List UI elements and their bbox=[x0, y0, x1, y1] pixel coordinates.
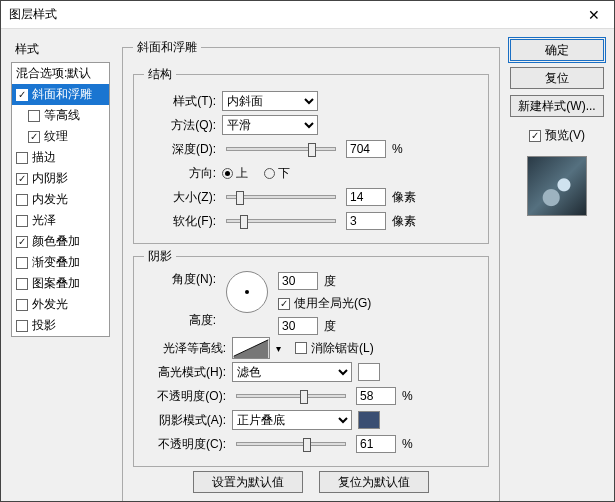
shadow-color-swatch[interactable] bbox=[358, 411, 380, 429]
style-row-label: 渐变叠加 bbox=[32, 254, 80, 271]
style-row-5[interactable]: 内发光 bbox=[12, 189, 109, 210]
angle-control[interactable] bbox=[226, 271, 268, 313]
make-default-button[interactable]: 设置为默认值 bbox=[193, 471, 303, 493]
depth-slider[interactable] bbox=[226, 147, 336, 151]
close-icon: ✕ bbox=[588, 7, 600, 23]
style-row-8[interactable]: 渐变叠加 bbox=[12, 252, 109, 273]
new-style-button[interactable]: 新建样式(W)... bbox=[510, 95, 604, 117]
style-row-0[interactable]: 斜面和浮雕 bbox=[12, 84, 109, 105]
styles-column: 样式 混合选项:默认 斜面和浮雕等高线纹理描边内阴影内发光光泽颜色叠加渐变叠加图… bbox=[1, 29, 116, 501]
bevel-legend: 斜面和浮雕 bbox=[133, 39, 201, 56]
highlight-color-swatch[interactable] bbox=[358, 363, 380, 381]
soften-label: 软化(F): bbox=[144, 213, 216, 230]
style-row-label: 斜面和浮雕 bbox=[32, 86, 92, 103]
style-row-10[interactable]: 外发光 bbox=[12, 294, 109, 315]
style-row-2[interactable]: 纹理 bbox=[12, 126, 109, 147]
style-select[interactable]: 内斜面 bbox=[222, 91, 318, 111]
angle-unit: 度 bbox=[324, 273, 336, 290]
style-row-4[interactable]: 内阴影 bbox=[12, 168, 109, 189]
checkbox-icon bbox=[16, 152, 28, 164]
reset-default-button[interactable]: 复位为默认值 bbox=[319, 471, 429, 493]
checkbox-icon bbox=[16, 173, 28, 185]
checkbox-icon bbox=[16, 320, 28, 332]
style-row-9[interactable]: 图案叠加 bbox=[12, 273, 109, 294]
technique-label: 方法(Q): bbox=[144, 117, 216, 134]
altitude-unit: 度 bbox=[324, 318, 336, 335]
direction-down-radio[interactable]: 下 bbox=[264, 165, 290, 182]
style-row-label: 内发光 bbox=[32, 191, 68, 208]
highlight-opacity-slider[interactable] bbox=[236, 394, 346, 398]
shadow-opacity-input[interactable] bbox=[356, 435, 396, 453]
global-light-checkbox[interactable]: 使用全局光(G) bbox=[278, 295, 371, 312]
style-row-6[interactable]: 光泽 bbox=[12, 210, 109, 231]
styles-list: 混合选项:默认 斜面和浮雕等高线纹理描边内阴影内发光光泽颜色叠加渐变叠加图案叠加… bbox=[11, 62, 110, 337]
size-label: 大小(Z): bbox=[144, 189, 216, 206]
style-row-label: 内阴影 bbox=[32, 170, 68, 187]
style-row-label: 纹理 bbox=[44, 128, 68, 145]
preview-thumbnail bbox=[527, 156, 587, 216]
style-row-label: 描边 bbox=[32, 149, 56, 166]
size-unit: 像素 bbox=[392, 189, 416, 206]
highlight-opacity-label: 不透明度(O): bbox=[144, 388, 226, 405]
soften-unit: 像素 bbox=[392, 213, 416, 230]
preview-checkbox[interactable]: 预览(V) bbox=[529, 127, 585, 144]
style-row-label: 等高线 bbox=[44, 107, 80, 124]
checkbox-icon bbox=[28, 131, 40, 143]
shading-legend: 阴影 bbox=[144, 248, 176, 265]
style-row-11[interactable]: 投影 bbox=[12, 315, 109, 336]
direction-up-radio[interactable]: 上 bbox=[222, 165, 248, 182]
checkbox-icon bbox=[28, 110, 40, 122]
checkbox-icon bbox=[278, 298, 290, 310]
depth-input[interactable] bbox=[346, 140, 386, 158]
highlight-mode-label: 高光模式(H): bbox=[144, 364, 226, 381]
shadow-mode-label: 阴影模式(A): bbox=[144, 412, 226, 429]
ok-button[interactable]: 确定 bbox=[510, 39, 604, 61]
soften-input[interactable] bbox=[346, 212, 386, 230]
style-row-3[interactable]: 描边 bbox=[12, 147, 109, 168]
size-input[interactable] bbox=[346, 188, 386, 206]
shadow-opacity-label: 不透明度(C): bbox=[144, 436, 226, 453]
style-row-label: 投影 bbox=[32, 317, 56, 334]
depth-unit: % bbox=[392, 142, 403, 156]
checkbox-icon bbox=[529, 130, 541, 142]
bevel-group: 斜面和浮雕 结构 样式(T): 内斜面 方法(Q): 平滑 深度(D): bbox=[122, 39, 500, 501]
close-button[interactable]: ✕ bbox=[574, 1, 614, 29]
structure-group: 结构 样式(T): 内斜面 方法(Q): 平滑 深度(D): % bbox=[133, 66, 489, 244]
gloss-contour-picker[interactable] bbox=[232, 337, 270, 359]
direction-label: 方向: bbox=[144, 165, 216, 182]
layer-style-dialog: 图层样式 ✕ 样式 混合选项:默认 斜面和浮雕等高线纹理描边内阴影内发光光泽颜色… bbox=[0, 0, 615, 502]
bevel-panel: 斜面和浮雕 结构 样式(T): 内斜面 方法(Q): 平滑 深度(D): bbox=[116, 29, 506, 501]
highlight-opacity-input[interactable] bbox=[356, 387, 396, 405]
checkbox-icon bbox=[16, 194, 28, 206]
style-row-label: 颜色叠加 bbox=[32, 233, 80, 250]
style-row-label: 外发光 bbox=[32, 296, 68, 313]
blend-options-row[interactable]: 混合选项:默认 bbox=[12, 63, 109, 84]
angle-input[interactable] bbox=[278, 272, 318, 290]
size-slider[interactable] bbox=[226, 195, 336, 199]
checkbox-icon bbox=[16, 278, 28, 290]
highlight-mode-select[interactable]: 滤色 bbox=[232, 362, 352, 382]
altitude-label: 高度: bbox=[144, 312, 216, 329]
radio-dot-icon bbox=[264, 168, 275, 179]
style-row-1[interactable]: 等高线 bbox=[12, 105, 109, 126]
shading-group: 阴影 角度(N): 高度: bbox=[133, 248, 489, 467]
styles-header: 样式 bbox=[11, 39, 110, 60]
checkbox-icon bbox=[16, 215, 28, 227]
reset-button[interactable]: 复位 bbox=[510, 67, 604, 89]
technique-select[interactable]: 平滑 bbox=[222, 115, 318, 135]
window-title: 图层样式 bbox=[9, 6, 57, 23]
checkbox-icon bbox=[16, 257, 28, 269]
checkbox-icon bbox=[16, 299, 28, 311]
antialias-checkbox[interactable]: 消除锯齿(L) bbox=[295, 340, 374, 357]
depth-label: 深度(D): bbox=[144, 141, 216, 158]
shadow-mode-select[interactable]: 正片叠底 bbox=[232, 410, 352, 430]
style-label: 样式(T): bbox=[144, 93, 216, 110]
soften-slider[interactable] bbox=[226, 219, 336, 223]
shadow-opacity-slider[interactable] bbox=[236, 442, 346, 446]
angle-label: 角度(N): bbox=[144, 271, 216, 288]
checkbox-icon bbox=[16, 236, 28, 248]
radio-dot-icon bbox=[222, 168, 233, 179]
altitude-input[interactable] bbox=[278, 317, 318, 335]
right-column: 确定 复位 新建样式(W)... 预览(V) bbox=[506, 29, 614, 501]
style-row-7[interactable]: 颜色叠加 bbox=[12, 231, 109, 252]
